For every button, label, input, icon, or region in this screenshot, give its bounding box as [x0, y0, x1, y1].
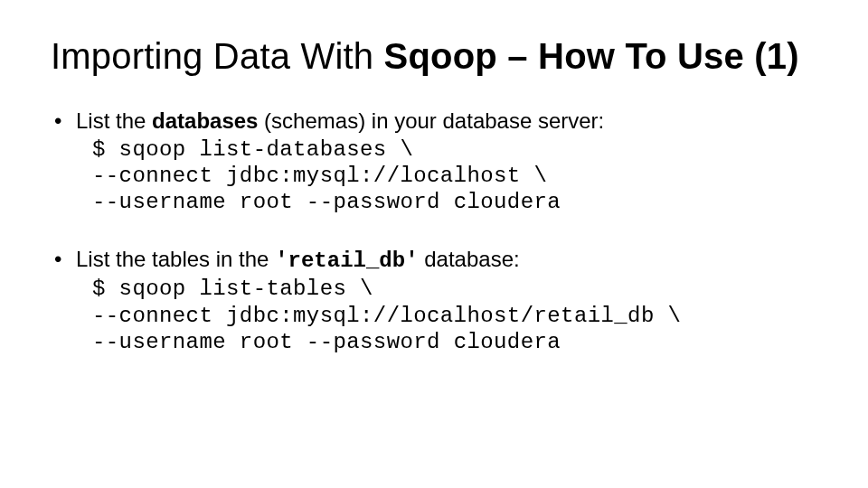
intro-text: List the: [76, 108, 152, 133]
intro-text: (schemas) in your database server:: [258, 108, 604, 133]
bullet-intro: List the databases (schemas) in your dat…: [76, 108, 817, 135]
bullet-item: List the databases (schemas) in your dat…: [51, 108, 817, 216]
bullet-item: List the tables in the 'retail_db' datab…: [51, 247, 817, 356]
slide-title: Importing Data With Sqoop – How To Use (…: [51, 36, 817, 76]
slide: Importing Data With Sqoop – How To Use (…: [0, 0, 868, 488]
code-block: $ sqoop list-tables \ --connect jdbc:mys…: [92, 276, 817, 355]
title-pre: Importing Data With: [51, 36, 384, 76]
intro-text: database:: [419, 247, 520, 271]
code-block: $ sqoop list-databases \ --connect jdbc:…: [92, 136, 817, 216]
title-bold: Sqoop – How To Use (1): [384, 36, 799, 76]
intro-mono-bold: 'retail_db': [275, 249, 418, 273]
intro-bold: databases: [152, 108, 258, 133]
bullet-intro: List the tables in the 'retail_db' datab…: [76, 247, 817, 275]
intro-text: List the tables in the: [76, 247, 275, 271]
bullet-list: List the databases (schemas) in your dat…: [51, 108, 817, 355]
